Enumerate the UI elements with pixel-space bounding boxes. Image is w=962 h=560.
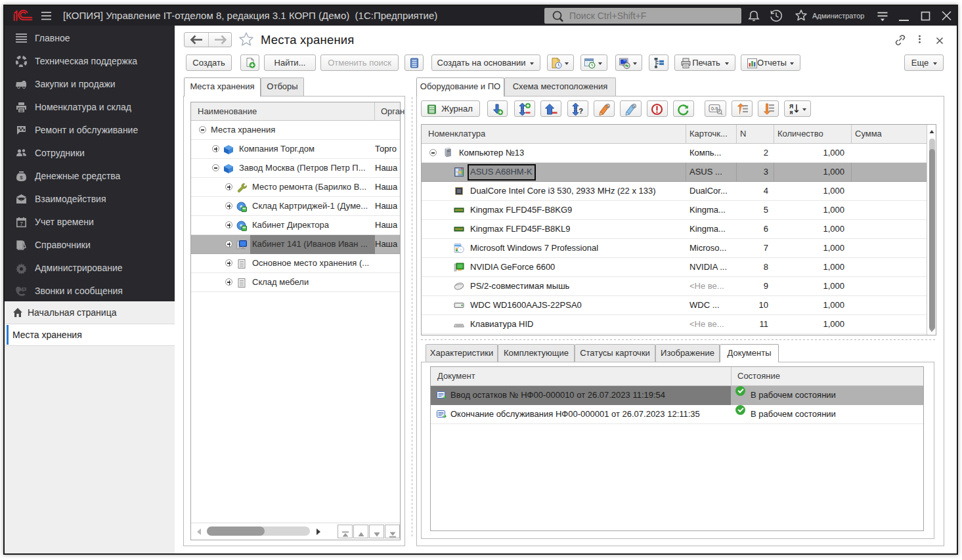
svg-text:7: 7 — [20, 221, 23, 227]
svg-text:0-9: 0-9 — [711, 106, 718, 111]
svg-text:?: ? — [579, 107, 583, 115]
svg-text:$: $ — [20, 175, 23, 181]
svg-text:я: я — [790, 109, 793, 116]
